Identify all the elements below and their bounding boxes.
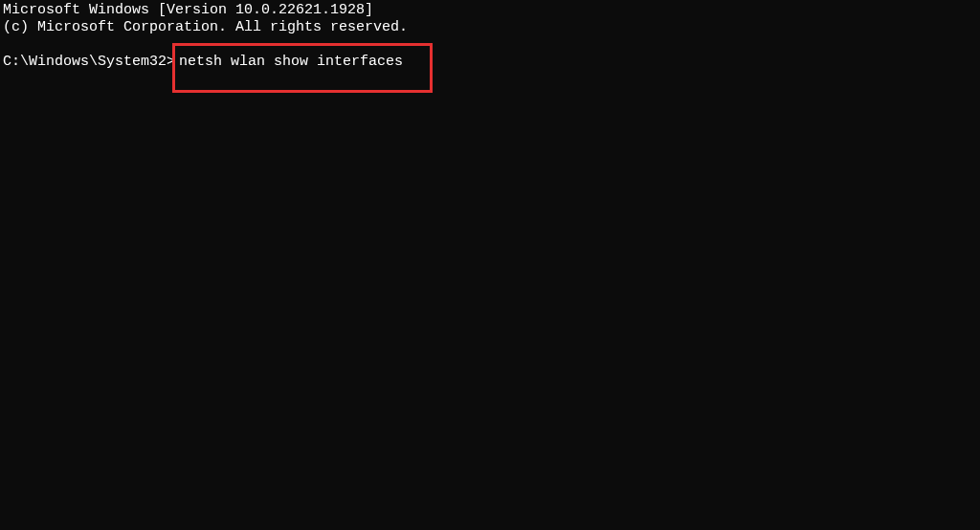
prompt-line[interactable]: C:\Windows\System32> netsh wlan show int… <box>3 54 977 93</box>
command-highlight-box: netsh wlan show interfaces <box>172 43 433 93</box>
banner-line-copyright: (c) Microsoft Corporation. All rights re… <box>3 19 977 36</box>
command-input[interactable]: netsh wlan show interfaces <box>179 54 403 70</box>
banner-line-version: Microsoft Windows [Version 10.0.22621.19… <box>3 2 977 19</box>
command-prompt: C:\Windows\System32> <box>3 54 175 93</box>
